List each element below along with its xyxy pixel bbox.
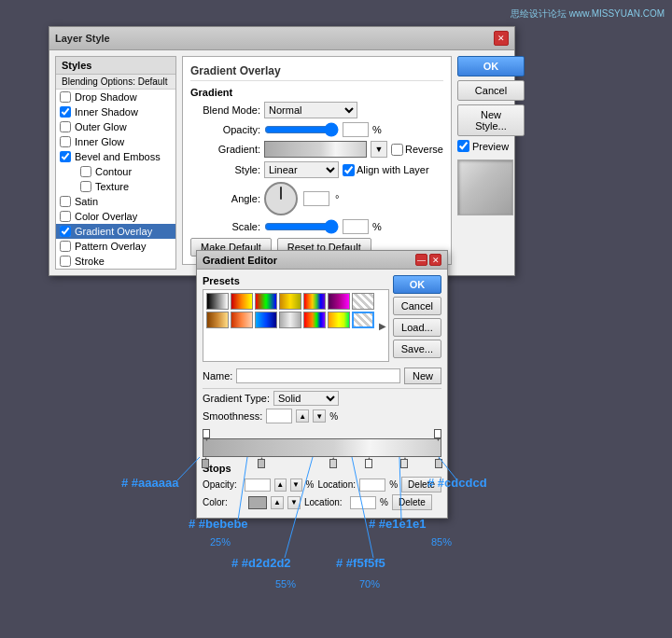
- blend-mode-select[interactable]: Normal Multiply Screen: [264, 102, 357, 118]
- ge-smooth-input[interactable]: 100: [266, 409, 292, 423]
- drop-shadow-checkbox[interactable]: [60, 91, 71, 103]
- close-button[interactable]: ✕: [494, 31, 509, 46]
- gradient-overlay-checkbox[interactable]: [60, 226, 71, 237]
- bevel-emboss-checkbox[interactable]: [60, 151, 71, 162]
- align-checkbox[interactable]: [343, 164, 355, 176]
- style-item-pattern-overlay[interactable]: Pattern Overlay: [56, 239, 175, 254]
- preview-checkbox[interactable]: [457, 140, 469, 152]
- preset-swatch-yellow-green[interactable]: [328, 312, 350, 328]
- ge-smooth-up-btn[interactable]: ▲: [296, 409, 309, 423]
- gradient-bar[interactable]: [203, 438, 441, 457]
- style-item-bevel-emboss[interactable]: Bevel and Emboss: [56, 149, 175, 164]
- annotation-cdcdcd: # #cdcdcd: [427, 476, 487, 490]
- opacity-stop-100[interactable]: ▼: [434, 429, 441, 438]
- angle-section: 90 °: [264, 182, 339, 215]
- gradient-preview[interactable]: [264, 141, 367, 158]
- color-swatch-up[interactable]: ▲: [271, 496, 284, 509]
- outer-glow-checkbox[interactable]: [60, 121, 71, 132]
- color-stop-100[interactable]: ▲: [435, 459, 442, 468]
- style-item-inner-shadow[interactable]: Inner Shadow: [56, 104, 175, 119]
- opacity-input[interactable]: 100: [343, 122, 369, 137]
- style-item-outer-glow[interactable]: Outer Glow: [56, 119, 175, 134]
- inner-shadow-checkbox[interactable]: [60, 106, 71, 118]
- style-item-stroke[interactable]: Stroke: [56, 254, 175, 269]
- preset-swatch-spectrum[interactable]: [303, 312, 326, 328]
- angle-label: Angle:: [190, 193, 260, 204]
- color-stop-25[interactable]: ▲: [258, 459, 265, 468]
- pattern-overlay-checkbox[interactable]: [60, 241, 71, 252]
- preset-swatch-purple[interactable]: [328, 293, 350, 310]
- ge-new-button[interactable]: New: [404, 368, 441, 384]
- style-item-satin[interactable]: Satin: [56, 194, 175, 209]
- opacity-stop-label: Opacity:: [203, 479, 241, 490]
- color-stop-85[interactable]: ▲: [400, 459, 408, 468]
- gradient-subtitle: Gradient: [190, 87, 443, 98]
- color-swatch[interactable]: [248, 496, 267, 509]
- angle-input[interactable]: 90: [303, 191, 329, 206]
- cancel-button[interactable]: Cancel: [457, 80, 525, 101]
- contour-checkbox[interactable]: [80, 166, 91, 177]
- opacity-stop-up[interactable]: ▲: [274, 478, 287, 492]
- preset-swatch-gold[interactable]: [279, 293, 301, 310]
- preset-swatch-transparent[interactable]: [352, 293, 374, 310]
- ge-save-button[interactable]: Save...: [393, 340, 441, 358]
- ge-type-select[interactable]: Solid Noise: [273, 391, 339, 406]
- preset-swatch-silver[interactable]: [279, 312, 301, 328]
- preset-swatch-orange[interactable]: [231, 312, 253, 328]
- satin-checkbox[interactable]: [60, 196, 71, 207]
- gradient-overlay-title: Gradient Overlay: [190, 64, 443, 81]
- preset-swatch-custom[interactable]: [352, 312, 374, 328]
- ge-minimize-button[interactable]: —: [415, 254, 427, 266]
- preset-swatch-bw[interactable]: [206, 293, 229, 310]
- ge-buttons: OK Cancel Load... Save...: [393, 275, 441, 362]
- ge-smooth-down-btn[interactable]: ▼: [313, 409, 326, 423]
- color-stops-row: ▲ ▲ ▲ ▲ ▲ ▲: [203, 457, 441, 468]
- gradient-dropdown-btn[interactable]: ▼: [371, 141, 387, 158]
- opacity-stop-0[interactable]: ▼: [203, 429, 210, 438]
- scale-input[interactable]: 100: [343, 219, 369, 234]
- style-item-texture[interactable]: Texture: [56, 179, 175, 194]
- opacity-stop-down[interactable]: ▼: [290, 478, 302, 492]
- opacity-loc-input[interactable]: [359, 478, 385, 492]
- style-item-contour[interactable]: Contour: [56, 164, 175, 179]
- new-style-button[interactable]: New Style...: [457, 104, 525, 136]
- style-item-drop-shadow[interactable]: Drop Shadow: [56, 90, 175, 104]
- color-loc-input[interactable]: [350, 496, 376, 509]
- ge-load-button[interactable]: Load...: [393, 318, 441, 337]
- opacity-loc-label: Location:: [317, 479, 356, 490]
- color-stop-row: Color: ▲ ▼ Location: % Delete: [203, 494, 441, 510]
- preset-swatch-warm[interactable]: [231, 293, 253, 310]
- ge-smooth-row: Smoothness: 100 ▲ ▼ %: [203, 409, 441, 423]
- color-delete-btn[interactable]: Delete: [392, 494, 432, 510]
- preset-swatch-brown[interactable]: [206, 312, 229, 328]
- reverse-checkbox[interactable]: [391, 144, 403, 156]
- annotation-d2d2d2: # #d2d2d2: [231, 556, 291, 570]
- color-overlay-checkbox[interactable]: [60, 211, 71, 222]
- angle-dial[interactable]: [264, 182, 298, 215]
- blending-options-item[interactable]: Blending Options: Default: [56, 75, 175, 90]
- inner-glow-checkbox[interactable]: [60, 136, 71, 147]
- color-stop-70[interactable]: ▲: [365, 459, 372, 468]
- style-select[interactable]: Linear Radial Angle: [264, 161, 339, 178]
- opacity-stop-pct: %: [306, 479, 315, 490]
- stroke-checkbox[interactable]: [60, 256, 71, 267]
- opacity-stop-input[interactable]: [245, 478, 271, 492]
- ge-ok-button[interactable]: OK: [393, 275, 441, 294]
- style-item-inner-glow[interactable]: Inner Glow: [56, 134, 175, 149]
- style-item-gradient-overlay[interactable]: Gradient Overlay: [56, 224, 175, 239]
- color-loc-label: Location:: [304, 497, 346, 507]
- color-swatch-down[interactable]: ▼: [287, 496, 301, 509]
- color-stop-55[interactable]: ▲: [329, 459, 337, 468]
- preset-swatch-blue[interactable]: [255, 312, 277, 328]
- scale-slider[interactable]: [264, 221, 339, 232]
- ok-button[interactable]: OK: [457, 56, 525, 76]
- style-item-color-overlay[interactable]: Color Overlay: [56, 209, 175, 224]
- ge-name-input[interactable]: Custom: [236, 368, 400, 383]
- preset-swatch-rainbow[interactable]: [303, 293, 326, 310]
- preset-swatch-rgb[interactable]: [255, 293, 277, 310]
- texture-checkbox[interactable]: [80, 181, 91, 192]
- opacity-slider[interactable]: [264, 124, 339, 135]
- color-stop-0[interactable]: ▲: [202, 459, 209, 468]
- ge-close-button[interactable]: ✕: [429, 254, 441, 266]
- ge-cancel-button[interactable]: Cancel: [393, 297, 441, 315]
